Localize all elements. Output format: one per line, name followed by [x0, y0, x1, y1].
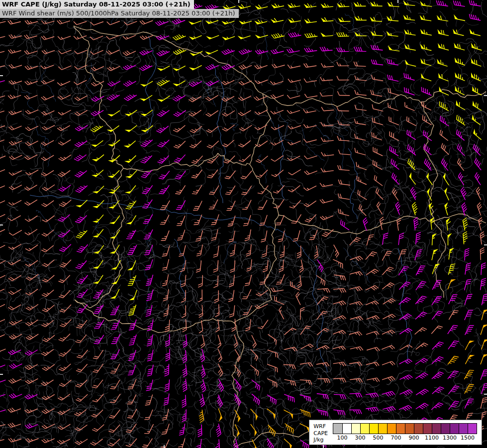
- legend-swatch: [396, 424, 405, 434]
- weather-map-canvas: [0, 0, 487, 448]
- legend-tick-labels: 100300500700900110013001500: [333, 435, 477, 442]
- legend-swatch: [468, 424, 477, 434]
- legend-swatch: [378, 424, 387, 434]
- legend-scale: 100300500700900110013001500: [333, 423, 477, 442]
- map-title-wind-shear: WRF Wind shear (m/s) 500/1000hPa Saturda…: [0, 9, 239, 18]
- legend-tick-label: 900: [409, 435, 419, 441]
- legend-swatch: [414, 424, 423, 434]
- legend-swatch: [351, 424, 360, 434]
- legend-swatch: [369, 424, 378, 434]
- legend-tick-label: 500: [373, 435, 384, 441]
- weather-map: WRF CAPE (J/kg) Saturday 08-11-2025 03:0…: [0, 0, 487, 448]
- legend-swatch: [459, 424, 468, 434]
- legend-swatch: [405, 424, 414, 434]
- legend-label: WRF CAPE J/kg: [313, 423, 328, 444]
- legend-tick-label: 700: [391, 435, 401, 441]
- legend-swatch: [441, 424, 450, 434]
- legend-swatch: [450, 424, 459, 434]
- legend-tick-label: 300: [355, 435, 366, 441]
- legend-swatch: [333, 424, 342, 434]
- legend-swatches: [333, 423, 477, 434]
- legend-tick-label: 1100: [425, 435, 439, 441]
- title-overlay: WRF CAPE (J/kg) Saturday 08-11-2025 03:0…: [0, 0, 239, 18]
- legend-tick-label: 1300: [443, 435, 457, 441]
- legend-label-line: WRF: [313, 423, 328, 430]
- legend-swatch: [342, 424, 351, 434]
- legend-label-line: CAPE: [313, 430, 328, 437]
- legend-swatch: [423, 424, 432, 434]
- legend-tick-label: 100: [337, 435, 348, 441]
- legend-swatch: [432, 424, 441, 434]
- legend-swatch: [360, 424, 369, 434]
- map-title-cape: WRF CAPE (J/kg) Saturday 08-11-2025 03:0…: [0, 0, 194, 9]
- cape-legend: WRF CAPE J/kg 10030050070090011001300150…: [309, 420, 482, 445]
- legend-tick-label: 1500: [461, 435, 475, 441]
- legend-swatch: [387, 424, 396, 434]
- legend-label-line: J/kg: [313, 437, 328, 444]
